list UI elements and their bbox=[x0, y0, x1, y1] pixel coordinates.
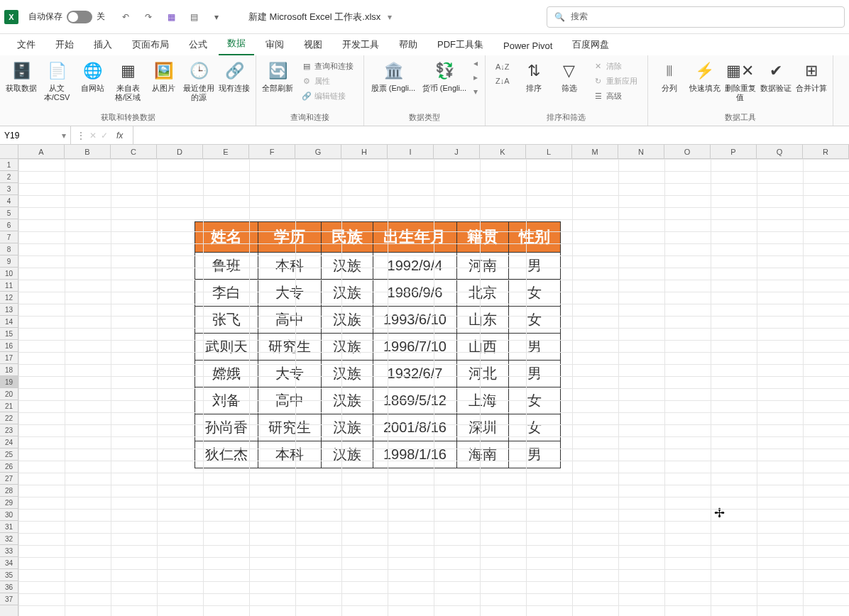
cancel-formula-icon[interactable]: ✕ bbox=[89, 131, 97, 141]
row-header-1[interactable]: 1 bbox=[0, 159, 18, 171]
tab-home[interactable]: 开始 bbox=[47, 34, 82, 55]
name-box[interactable]: ▾ bbox=[0, 126, 71, 144]
row-header-35[interactable]: 35 bbox=[0, 569, 18, 581]
spreadsheet-grid[interactable]: ABCDEFGHIJKLMNOPQR 123456789101112131415… bbox=[0, 145, 849, 616]
column-header-Q[interactable]: Q bbox=[757, 145, 803, 158]
table-cell[interactable]: 男 bbox=[508, 253, 560, 280]
row-header-6[interactable]: 6 bbox=[0, 219, 18, 231]
clear-filter-button[interactable]: ✕清除 bbox=[591, 60, 640, 73]
row-header-25[interactable]: 25 bbox=[0, 449, 18, 461]
column-header-C[interactable]: C bbox=[111, 145, 157, 158]
tab-file[interactable]: 文件 bbox=[9, 34, 44, 55]
column-header-A[interactable]: A bbox=[18, 145, 65, 158]
search-box[interactable]: 🔍 搜索 bbox=[547, 6, 845, 28]
row-header-29[interactable]: 29 bbox=[0, 497, 18, 509]
row-header-21[interactable]: 21 bbox=[0, 400, 18, 412]
column-header-H[interactable]: H bbox=[341, 145, 388, 158]
column-header-R[interactable]: R bbox=[803, 145, 849, 158]
column-header-E[interactable]: E bbox=[203, 145, 249, 158]
table-cell[interactable]: 河南 bbox=[456, 253, 508, 280]
row-header-7[interactable]: 7 bbox=[0, 231, 18, 243]
tab-developer[interactable]: 开发工具 bbox=[334, 34, 388, 55]
table-cell[interactable]: 山西 bbox=[456, 334, 508, 361]
row-header-32[interactable]: 32 bbox=[0, 533, 18, 545]
sort-desc-button[interactable]: Z↓A bbox=[493, 75, 513, 87]
from-picture-button[interactable]: 🖼️从图片 bbox=[146, 58, 180, 94]
row-header-13[interactable]: 13 bbox=[0, 304, 18, 316]
table-cell[interactable]: 高中 bbox=[258, 307, 322, 334]
column-header-F[interactable]: F bbox=[249, 145, 295, 158]
row-header-20[interactable]: 20 bbox=[0, 388, 18, 400]
row-header-23[interactable]: 23 bbox=[0, 424, 18, 436]
table-cell[interactable]: 1992/9/4 bbox=[373, 253, 457, 280]
table-cell[interactable]: 北京 bbox=[456, 280, 508, 307]
formula-input[interactable] bbox=[133, 126, 849, 144]
datatypes-prev-icon[interactable]: ◂ bbox=[473, 58, 478, 68]
edit-links-button[interactable]: 🔗编辑链接 bbox=[299, 89, 356, 103]
table-cell[interactable]: 汉族 bbox=[322, 441, 373, 468]
table-cell[interactable]: 大专 bbox=[258, 280, 322, 307]
column-header-O[interactable]: O bbox=[664, 145, 711, 158]
column-header-J[interactable]: J bbox=[434, 145, 480, 158]
row-header-24[interactable]: 24 bbox=[0, 436, 18, 449]
refresh-all-button[interactable]: 🔄全部刷新 bbox=[261, 58, 295, 94]
reapply-button[interactable]: ↻重新应用 bbox=[591, 75, 640, 88]
cells-area[interactable]: 姓名学历民族出生年月籍贯性别 鲁班本科汉族1992/9/4河南男李白大专汉族19… bbox=[18, 159, 849, 616]
tab-baidu[interactable]: 百度网盘 bbox=[564, 34, 618, 55]
row-header-36[interactable]: 36 bbox=[0, 581, 18, 593]
table-cell[interactable]: 山东 bbox=[456, 307, 508, 334]
row-header-22[interactable]: 22 bbox=[0, 412, 18, 424]
table-cell[interactable]: 海南 bbox=[456, 441, 508, 468]
column-header-M[interactable]: M bbox=[572, 145, 618, 158]
row-header-4[interactable]: 4 bbox=[0, 195, 18, 207]
title-dropdown-icon[interactable]: ▾ bbox=[388, 12, 392, 22]
row-header-16[interactable]: 16 bbox=[0, 340, 18, 352]
from-text-button[interactable]: 📄从文本/CSV bbox=[40, 58, 74, 104]
row-header-12[interactable]: 12 bbox=[0, 292, 18, 304]
row-header-37[interactable]: 37 bbox=[0, 593, 18, 605]
column-header-N[interactable]: N bbox=[618, 145, 664, 158]
existing-connections-button[interactable]: 🔗现有连接 bbox=[217, 58, 251, 94]
tab-powerpivot[interactable]: Power Pivot bbox=[495, 36, 561, 55]
column-header-K[interactable]: K bbox=[480, 145, 526, 158]
queries-connections-button[interactable]: ▤查询和连接 bbox=[299, 60, 356, 73]
row-header-3[interactable]: 3 bbox=[0, 183, 18, 195]
table-cell[interactable]: 男 bbox=[508, 334, 560, 361]
tab-review[interactable]: 审阅 bbox=[257, 34, 292, 55]
column-header-P[interactable]: P bbox=[711, 145, 757, 158]
table-cell[interactable]: 女 bbox=[508, 280, 560, 307]
row-header-28[interactable]: 28 bbox=[0, 485, 18, 497]
autosave-toggle[interactable] bbox=[67, 11, 92, 23]
table-cell[interactable]: 研究生 bbox=[258, 334, 322, 361]
table-cell[interactable]: 汉族 bbox=[322, 280, 373, 307]
redo-icon[interactable]: ↷ bbox=[142, 11, 155, 23]
table-cell[interactable]: 女 bbox=[508, 307, 560, 334]
select-all-corner[interactable] bbox=[0, 145, 18, 159]
from-web-button[interactable]: 🌐自网站 bbox=[75, 58, 109, 94]
column-header-B[interactable]: B bbox=[65, 145, 111, 158]
table-cell[interactable]: 1998/1/16 bbox=[373, 441, 457, 468]
name-box-input[interactable] bbox=[4, 131, 47, 141]
table-cell[interactable]: 本科 bbox=[258, 441, 322, 468]
row-header-14[interactable]: 14 bbox=[0, 316, 18, 328]
save-icon[interactable]: ▦ bbox=[165, 11, 177, 23]
currency-button[interactable]: 💱货币 (Engli... bbox=[420, 58, 469, 94]
row-header-8[interactable]: 8 bbox=[0, 243, 18, 255]
advanced-filter-button[interactable]: ☰高级 bbox=[591, 89, 640, 103]
table-cell[interactable]: 本科 bbox=[258, 253, 322, 280]
tab-help[interactable]: 帮助 bbox=[390, 34, 426, 55]
qat-more-icon[interactable]: ▾ bbox=[210, 11, 223, 23]
stocks-button[interactable]: 🏛️股票 (Engli... bbox=[368, 58, 418, 94]
tab-data[interactable]: 数据 bbox=[219, 33, 254, 55]
autosave-control[interactable]: 自动保存 关 bbox=[28, 11, 105, 23]
datatypes-next-icon[interactable]: ▸ bbox=[473, 72, 478, 82]
data-validation-button[interactable]: ✔数据验证 bbox=[759, 58, 793, 94]
tab-insert[interactable]: 插入 bbox=[85, 34, 121, 55]
grid-icon[interactable]: ▤ bbox=[187, 11, 200, 23]
text-to-columns-button[interactable]: ⫴分列 bbox=[652, 58, 686, 94]
row-header-11[interactable]: 11 bbox=[0, 280, 18, 292]
column-header-G[interactable]: G bbox=[295, 145, 341, 158]
tab-formulas[interactable]: 公式 bbox=[180, 34, 216, 55]
sort-asc-button[interactable]: A↓Z bbox=[493, 61, 513, 72]
table-cell[interactable]: 汉族 bbox=[322, 253, 373, 280]
